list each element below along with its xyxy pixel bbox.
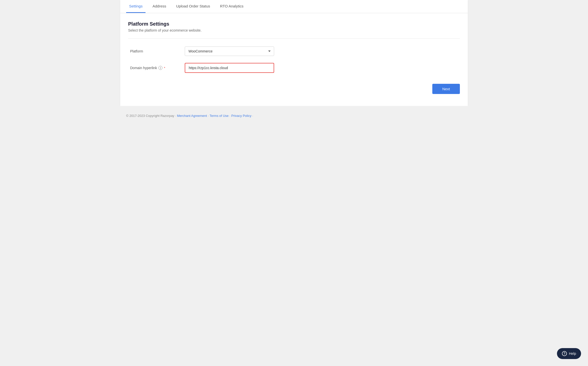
page-subtitle: Select the platform of your ecommerce we… [128, 28, 460, 32]
platform-select-wrapper: WooCommerce Shopify Magento Custom [185, 46, 274, 56]
privacy-policy-link[interactable]: Privacy Policy [231, 114, 251, 118]
form-area: Platform WooCommerce Shopify Magento Cus… [128, 46, 460, 73]
help-button[interactable]: ? Help [557, 348, 581, 359]
merchant-agreement-link[interactable]: Merchant Agreement [177, 114, 207, 118]
tab-bar: Settings Address Upload Order Status RTO… [120, 0, 468, 13]
tab-address[interactable]: Address [149, 0, 169, 13]
copyright-text: © 2017-2023 Copyright Razorpay [126, 114, 174, 118]
content-area: Platform Settings Select the platform of… [120, 13, 468, 106]
domain-label: Domain hyperlink i * [130, 66, 185, 70]
platform-select[interactable]: WooCommerce Shopify Magento Custom [185, 46, 274, 56]
page-footer: © 2017-2023 Copyright Razorpay · Merchan… [120, 106, 468, 126]
help-label: Help [569, 352, 576, 356]
tab-upload-order-status[interactable]: Upload Order Status [173, 0, 213, 13]
section-divider [128, 38, 460, 39]
action-area: Next [128, 80, 460, 96]
page-title: Platform Settings [128, 21, 460, 27]
tab-rto-analytics[interactable]: RTO Analytics [217, 0, 246, 13]
tab-settings[interactable]: Settings [126, 0, 146, 13]
terms-of-use-link[interactable]: Terms of Use [210, 114, 229, 118]
next-button[interactable]: Next [432, 84, 460, 94]
required-indicator: * [164, 66, 165, 70]
platform-row: Platform WooCommerce Shopify Magento Cus… [130, 46, 458, 56]
help-icon: ? [562, 351, 567, 356]
info-icon[interactable]: i [158, 66, 162, 70]
domain-row: Domain hyperlink i * [130, 63, 458, 73]
domain-hyperlink-input[interactable] [185, 63, 274, 73]
platform-label: Platform [130, 49, 185, 53]
